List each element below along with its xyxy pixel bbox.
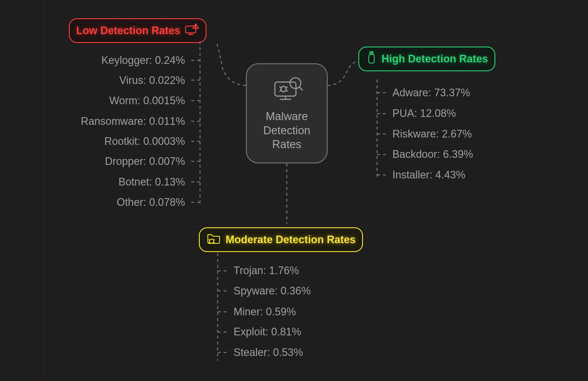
svg-line-4 (299, 87, 302, 90)
low-item-other: Other: 0.078% (117, 196, 185, 208)
connector-lines (0, 0, 588, 381)
category-low-label: Low Detection Rates (76, 24, 180, 37)
high-item-backdoor: Backdoor: 6.39% (392, 148, 473, 160)
low-item-worm: Worm: 0.0015% (109, 95, 185, 107)
category-high-detection-rates[interactable]: High Detection Rates (358, 47, 495, 71)
svg-line-21 (209, 242, 210, 243)
svg-rect-0 (275, 82, 296, 96)
computer-alert-icon (184, 23, 199, 39)
scan-bug-icon (271, 75, 303, 104)
low-item-botnet: Botnet: 0.13% (119, 176, 185, 188)
low-item-rootkit: Rootkit: 0.0003% (104, 135, 185, 148)
low-item-virus: Virus: 0.022% (119, 74, 185, 87)
svg-rect-18 (369, 54, 374, 63)
high-item-adware: Adware: 73.37% (392, 87, 470, 99)
category-high-label: High Detection Rates (382, 53, 488, 65)
folder-bug-icon (206, 232, 221, 248)
high-item-pua: PUA: 12.08% (392, 107, 456, 120)
center-node-malware-detection-rates[interactable]: Malware Detection Rates (246, 63, 328, 163)
category-moderate-detection-rates[interactable]: Moderate Detection Rates (199, 227, 363, 252)
high-item-installer: Installer: 4.43% (392, 169, 465, 181)
svg-point-5 (281, 87, 286, 92)
low-item-dropper: Dropper: 0.007% (105, 155, 185, 168)
center-title: Malware Detection Rates (263, 110, 311, 152)
category-moderate-label: Moderate Detection Rates (226, 233, 356, 246)
svg-rect-10 (186, 26, 196, 33)
moderate-item-exploit: Exploit: 0.81% (234, 326, 301, 338)
usb-drive-icon (366, 51, 377, 67)
svg-point-19 (209, 239, 214, 243)
low-item-ransomware: Ransomware: 0.011% (81, 115, 185, 127)
moderate-item-stealer: Stealer: 0.53% (234, 346, 303, 359)
low-item-keylogger: Keylogger: 0.24% (101, 54, 185, 67)
moderate-item-trojan: Trojan: 1.76% (234, 264, 299, 277)
moderate-item-spyware: Spyware: 0.36% (234, 285, 311, 297)
svg-line-20 (209, 239, 210, 240)
svg-line-23 (213, 242, 214, 243)
high-item-riskware: Riskware: 2.67% (392, 128, 472, 140)
category-low-detection-rates[interactable]: Low Detection Rates (69, 18, 206, 43)
svg-line-22 (213, 239, 214, 240)
moderate-item-miner: Miner: 0.59% (234, 306, 296, 318)
svg-point-14 (195, 27, 196, 28)
